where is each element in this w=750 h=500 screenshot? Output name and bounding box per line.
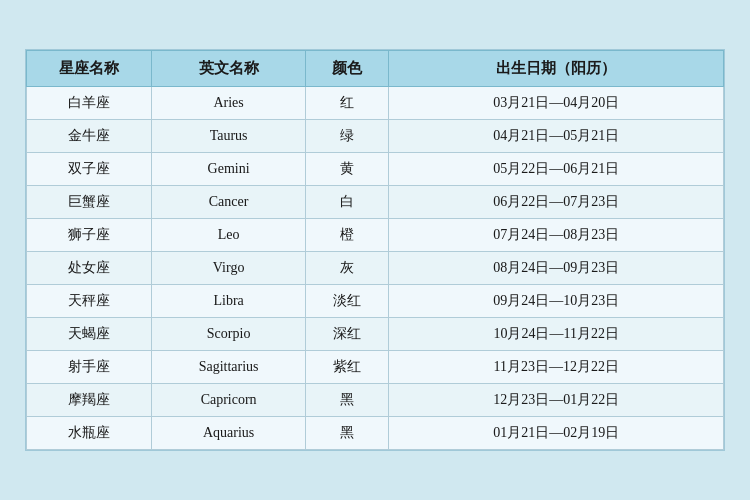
cell-en: Taurus xyxy=(152,120,305,153)
table-row: 天蝎座Scorpio深红10月24日—11月22日 xyxy=(27,318,724,351)
cell-zh: 水瓶座 xyxy=(27,417,152,450)
table-row: 白羊座Aries红03月21日—04月20日 xyxy=(27,87,724,120)
cell-en: Scorpio xyxy=(152,318,305,351)
cell-en: Sagittarius xyxy=(152,351,305,384)
cell-en: Capricorn xyxy=(152,384,305,417)
cell-color: 黑 xyxy=(305,384,389,417)
cell-zh: 金牛座 xyxy=(27,120,152,153)
cell-zh: 双子座 xyxy=(27,153,152,186)
cell-en: Aries xyxy=(152,87,305,120)
cell-date: 10月24日—11月22日 xyxy=(389,318,724,351)
cell-en: Virgo xyxy=(152,252,305,285)
cell-en: Gemini xyxy=(152,153,305,186)
cell-date: 08月24日—09月23日 xyxy=(389,252,724,285)
cell-date: 11月23日—12月22日 xyxy=(389,351,724,384)
cell-en: Libra xyxy=(152,285,305,318)
header-date: 出生日期（阳历） xyxy=(389,51,724,87)
table-row: 巨蟹座Cancer白06月22日—07月23日 xyxy=(27,186,724,219)
cell-en: Aquarius xyxy=(152,417,305,450)
header-zh: 星座名称 xyxy=(27,51,152,87)
cell-date: 03月21日—04月20日 xyxy=(389,87,724,120)
header-en: 英文名称 xyxy=(152,51,305,87)
header-color: 颜色 xyxy=(305,51,389,87)
cell-date: 04月21日—05月21日 xyxy=(389,120,724,153)
cell-color: 黑 xyxy=(305,417,389,450)
table-row: 射手座Sagittarius紫红11月23日—12月22日 xyxy=(27,351,724,384)
cell-color: 红 xyxy=(305,87,389,120)
cell-color: 绿 xyxy=(305,120,389,153)
table-row: 双子座Gemini黄05月22日—06月21日 xyxy=(27,153,724,186)
cell-date: 01月21日—02月19日 xyxy=(389,417,724,450)
cell-date: 12月23日—01月22日 xyxy=(389,384,724,417)
cell-date: 05月22日—06月21日 xyxy=(389,153,724,186)
cell-zh: 白羊座 xyxy=(27,87,152,120)
table-row: 处女座Virgo灰08月24日—09月23日 xyxy=(27,252,724,285)
table-row: 狮子座Leo橙07月24日—08月23日 xyxy=(27,219,724,252)
cell-color: 淡红 xyxy=(305,285,389,318)
zodiac-table: 星座名称 英文名称 颜色 出生日期（阳历） 白羊座Aries红03月21日—04… xyxy=(26,50,724,450)
cell-zh: 狮子座 xyxy=(27,219,152,252)
cell-date: 06月22日—07月23日 xyxy=(389,186,724,219)
cell-zh: 摩羯座 xyxy=(27,384,152,417)
cell-color: 橙 xyxy=(305,219,389,252)
table-header-row: 星座名称 英文名称 颜色 出生日期（阳历） xyxy=(27,51,724,87)
table-row: 水瓶座Aquarius黑01月21日—02月19日 xyxy=(27,417,724,450)
cell-color: 灰 xyxy=(305,252,389,285)
cell-zh: 射手座 xyxy=(27,351,152,384)
cell-color: 紫红 xyxy=(305,351,389,384)
cell-en: Leo xyxy=(152,219,305,252)
table-body: 白羊座Aries红03月21日—04月20日金牛座Taurus绿04月21日—0… xyxy=(27,87,724,450)
cell-zh: 天秤座 xyxy=(27,285,152,318)
cell-date: 09月24日—10月23日 xyxy=(389,285,724,318)
cell-en: Cancer xyxy=(152,186,305,219)
cell-color: 白 xyxy=(305,186,389,219)
cell-zh: 处女座 xyxy=(27,252,152,285)
cell-date: 07月24日—08月23日 xyxy=(389,219,724,252)
cell-zh: 天蝎座 xyxy=(27,318,152,351)
table-row: 天秤座Libra淡红09月24日—10月23日 xyxy=(27,285,724,318)
zodiac-table-container: 星座名称 英文名称 颜色 出生日期（阳历） 白羊座Aries红03月21日—04… xyxy=(25,49,725,451)
cell-color: 黄 xyxy=(305,153,389,186)
table-row: 金牛座Taurus绿04月21日—05月21日 xyxy=(27,120,724,153)
cell-zh: 巨蟹座 xyxy=(27,186,152,219)
table-row: 摩羯座Capricorn黑12月23日—01月22日 xyxy=(27,384,724,417)
cell-color: 深红 xyxy=(305,318,389,351)
